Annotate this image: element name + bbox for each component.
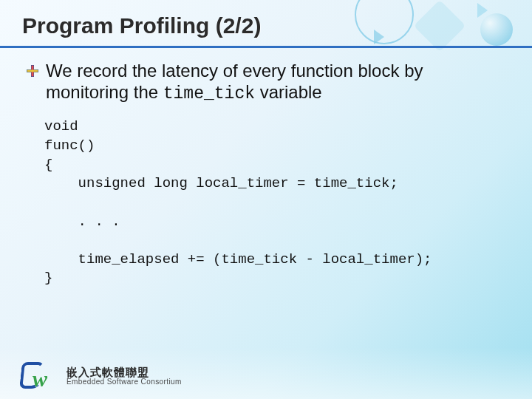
code-line: . . . xyxy=(44,214,120,230)
code-block: void func() { unsigned long local_timer … xyxy=(44,117,502,288)
code-line: func() xyxy=(44,137,95,154)
title-underline xyxy=(0,46,532,48)
plus-bullet-icon xyxy=(27,65,38,77)
content-area: Program Profiling (2/2) We record the la… xyxy=(0,0,532,288)
bullet-item: We record the latency of every function … xyxy=(27,60,507,104)
code-line: unsigned long local_timer = time_tick; xyxy=(44,175,398,191)
code-line: } xyxy=(44,270,52,286)
code-line: time_elapsed += (time_tick - local_timer… xyxy=(44,251,432,267)
bullet-text: We record the latency of every function … xyxy=(46,60,507,104)
footer-text: 嵌入式軟體聯盟 Embedded Software Consortium xyxy=(66,366,182,386)
footer-zh: 嵌入式軟體聯盟 xyxy=(66,366,182,378)
svg-rect-3 xyxy=(27,70,38,72)
slide: Program Profiling (2/2) We record the la… xyxy=(0,0,532,399)
slide-title: Program Profiling (2/2) xyxy=(22,13,510,38)
code-line: { xyxy=(44,157,52,173)
footer-en: Embedded Software Consortium xyxy=(66,378,182,386)
bullet-text-post: variable xyxy=(255,82,322,102)
logo-w-letter: w xyxy=(33,366,47,392)
code-line: void xyxy=(44,118,78,134)
logo-ew-icon: w xyxy=(19,362,59,390)
bullet-code-var: time_tick xyxy=(163,84,255,103)
footer: w 嵌入式軟體聯盟 Embedded Software Consortium xyxy=(19,362,182,390)
